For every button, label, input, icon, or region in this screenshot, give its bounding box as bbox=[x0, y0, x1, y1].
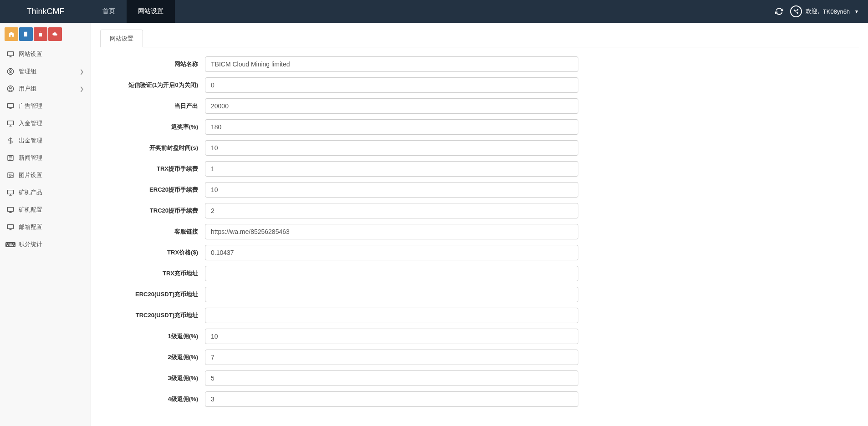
svg-point-6 bbox=[10, 70, 11, 71]
form-label: 当日产出 bbox=[100, 102, 205, 110]
sidebar-item-9[interactable]: 矿机配置 bbox=[0, 201, 91, 218]
user-greeting: 欢迎, bbox=[806, 7, 819, 15]
form-input-11[interactable] bbox=[205, 287, 578, 302]
sidebar-item-3[interactable]: 广告管理 bbox=[0, 97, 91, 115]
settings-form: 网站名称短信验证(1为开启0为关闭)当日产出返奖率(%)开奖前封盘时间(s)TR… bbox=[100, 56, 859, 407]
form-row-2: 当日产出 bbox=[100, 98, 859, 114]
image-icon bbox=[7, 172, 14, 179]
user-circle-icon bbox=[7, 68, 14, 75]
form-label: 2级返佣(%) bbox=[100, 353, 205, 361]
sidebar-menu: 网站设置管理组❯用户组❯广告管理入金管理出金管理新闻管理图片设置矿机产品矿机配置… bbox=[0, 46, 91, 253]
form-row-0: 网站名称 bbox=[100, 56, 859, 72]
form-input-8[interactable] bbox=[205, 224, 578, 239]
form-input-15[interactable] bbox=[205, 370, 578, 386]
sidebar-item-10[interactable]: 邮箱配置 bbox=[0, 218, 91, 236]
sidebar-item-label: 积分统计 bbox=[19, 240, 42, 248]
form-row-1: 短信验证(1为开启0为关闭) bbox=[100, 77, 859, 93]
monitor-icon bbox=[7, 189, 14, 196]
form-input-2[interactable] bbox=[205, 98, 578, 114]
svg-point-13 bbox=[9, 174, 10, 175]
form-row-14: 2级返佣(%) bbox=[100, 350, 859, 365]
sidebar-item-label: 入金管理 bbox=[19, 119, 42, 127]
sidebar-item-label: 新闻管理 bbox=[19, 154, 42, 162]
sidebar-item-label: 出金管理 bbox=[19, 137, 42, 145]
caret-down-icon: ▼ bbox=[854, 9, 859, 14]
visa-icon: VISA bbox=[7, 242, 14, 247]
svg-rect-4 bbox=[7, 52, 13, 56]
sidebar-item-label: 管理组 bbox=[19, 67, 36, 76]
dollar-icon bbox=[7, 137, 14, 144]
refresh-icon[interactable] bbox=[775, 7, 783, 15]
sidebar-quick-buttons bbox=[0, 23, 91, 46]
monitor-icon bbox=[7, 206, 14, 213]
user-menu[interactable]: 欢迎, TK08yn6h ▼ bbox=[790, 5, 859, 17]
sidebar-item-1[interactable]: 管理组❯ bbox=[0, 63, 91, 80]
form-input-10[interactable] bbox=[205, 266, 578, 281]
form-label: 短信验证(1为开启0为关闭) bbox=[100, 81, 205, 89]
form-label: TRC20提币手续费 bbox=[100, 207, 205, 215]
sidebar-item-5[interactable]: 出金管理 bbox=[0, 132, 91, 149]
svg-rect-9 bbox=[7, 104, 13, 108]
form-input-4[interactable] bbox=[205, 140, 578, 156]
sidebar-item-label: 图片设置 bbox=[19, 171, 42, 179]
top-nav: 首页 网站设置 bbox=[91, 0, 175, 23]
delete-button[interactable] bbox=[34, 27, 47, 41]
sidebar-item-0[interactable]: 网站设置 bbox=[0, 46, 91, 63]
cloud-button[interactable] bbox=[48, 27, 62, 41]
topbar: ThinkCMF 首页 网站设置 欢迎, TK08yn6h ▼ bbox=[0, 0, 868, 23]
sidebar-item-6[interactable]: 新闻管理 bbox=[0, 149, 91, 167]
form-row-7: TRC20提币手续费 bbox=[100, 203, 859, 218]
topbar-right: 欢迎, TK08yn6h ▼ bbox=[775, 5, 868, 17]
form-input-7[interactable] bbox=[205, 203, 578, 218]
form-input-9[interactable] bbox=[205, 245, 578, 260]
form-row-12: TRC20(USDT)充币地址 bbox=[100, 308, 859, 323]
chevron-right-icon: ❯ bbox=[80, 86, 84, 92]
form-input-12[interactable] bbox=[205, 308, 578, 323]
nav-home[interactable]: 首页 bbox=[91, 0, 127, 23]
form-input-3[interactable] bbox=[205, 119, 578, 135]
form-input-5[interactable] bbox=[205, 161, 578, 177]
form-row-10: TRX充币地址 bbox=[100, 266, 859, 281]
sidebar-item-4[interactable]: 入金管理 bbox=[0, 115, 91, 132]
tab-site-settings[interactable]: 网站设置 bbox=[100, 30, 143, 47]
form-row-5: TRX提币手续费 bbox=[100, 161, 859, 177]
form-label: 开奖前封盘时间(s) bbox=[100, 144, 205, 152]
nav-site-settings[interactable]: 网站设置 bbox=[127, 0, 175, 23]
sidebar-item-11[interactable]: VISA积分统计 bbox=[0, 236, 91, 253]
svg-point-8 bbox=[10, 87, 11, 89]
sidebar-item-label: 邮箱配置 bbox=[19, 223, 42, 231]
copy-button[interactable] bbox=[19, 27, 33, 41]
sidebar-item-label: 矿机配置 bbox=[19, 206, 42, 214]
form-row-4: 开奖前封盘时间(s) bbox=[100, 140, 859, 156]
sidebar-item-label: 用户组 bbox=[19, 85, 36, 93]
form-row-9: TRX价格($) bbox=[100, 245, 859, 260]
news-icon bbox=[7, 154, 14, 162]
svg-rect-14 bbox=[7, 190, 13, 194]
user-name: TK08yn6h bbox=[823, 8, 850, 15]
sidebar: 网站设置管理组❯用户组❯广告管理入金管理出金管理新闻管理图片设置矿机产品矿机配置… bbox=[0, 23, 91, 426]
sidebar-item-7[interactable]: 图片设置 bbox=[0, 167, 91, 184]
form-input-13[interactable] bbox=[205, 329, 578, 344]
form-input-14[interactable] bbox=[205, 350, 578, 365]
user-avatar-icon bbox=[790, 5, 802, 17]
form-label: 1级返佣(%) bbox=[100, 332, 205, 340]
form-input-6[interactable] bbox=[205, 182, 578, 198]
sidebar-item-2[interactable]: 用户组❯ bbox=[0, 80, 91, 97]
svg-rect-16 bbox=[7, 225, 13, 229]
home-button[interactable] bbox=[5, 27, 18, 41]
form-label: TRX充币地址 bbox=[100, 269, 205, 278]
sidebar-item-8[interactable]: 矿机产品 bbox=[0, 184, 91, 201]
monitor-icon bbox=[7, 51, 14, 58]
form-row-3: 返奖率(%) bbox=[100, 119, 859, 135]
form-label: TRX价格($) bbox=[100, 248, 205, 257]
form-label: ERC20提币手续费 bbox=[100, 186, 205, 194]
form-label: 网站名称 bbox=[100, 60, 205, 68]
form-row-16: 4级返佣(%) bbox=[100, 391, 859, 407]
form-input-1[interactable] bbox=[205, 77, 578, 93]
user-circle-icon bbox=[7, 85, 14, 92]
form-input-0[interactable] bbox=[205, 56, 578, 72]
sidebar-item-label: 广告管理 bbox=[19, 102, 42, 110]
form-row-6: ERC20提币手续费 bbox=[100, 182, 859, 198]
brand-logo[interactable]: ThinkCMF bbox=[0, 7, 91, 16]
form-input-16[interactable] bbox=[205, 391, 578, 407]
